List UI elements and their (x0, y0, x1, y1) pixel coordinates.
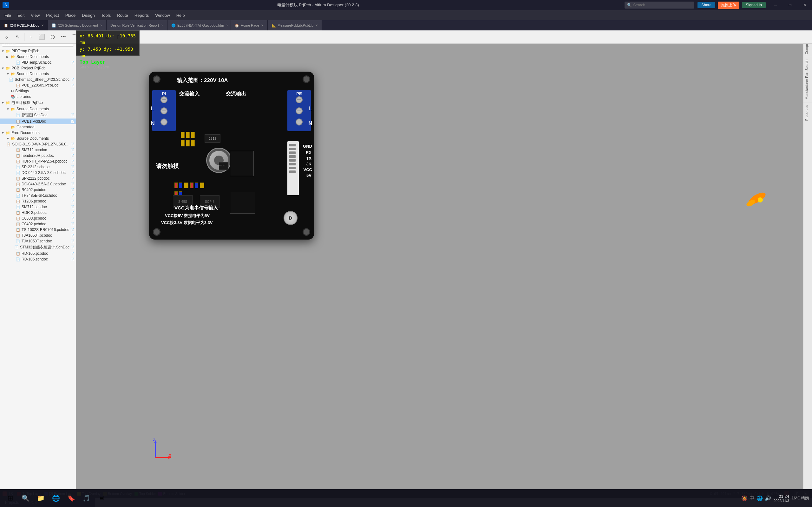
tool-filter[interactable]: ⬦ (2, 32, 12, 42)
tab-drc[interactable]: Design Rule Verification Report ✕ (107, 20, 167, 31)
ic-bottom-right (230, 192, 255, 214)
start-button[interactable]: ⊞ (3, 491, 17, 505)
tool-rectangle[interactable]: ⬜ (37, 32, 47, 42)
elec-proj-label: 电量计模块.PrjPcb (11, 100, 74, 106)
tree-hdr2[interactable]: ▶ 📋 HDR-2.pcbdoc 📄 (0, 210, 76, 216)
tree-c0603[interactable]: ▶ 📋 C0603.pcbdoc 📄 (0, 216, 76, 221)
taskbar-bookmark[interactable]: 🔖 (64, 491, 78, 505)
pcb1-label: PCB1.PcbDoc (21, 119, 69, 124)
menu-project[interactable]: Project (43, 12, 62, 19)
tree-hdr-th[interactable]: ▶ 📋 HDR-TH_4P-P2.54.pcbdoc 📄 (0, 158, 76, 164)
tree-sp2212pcb[interactable]: ▶ 📋 SP-2212.pcbdoc 📄 (0, 176, 76, 181)
tab-drc-close[interactable]: ✕ (161, 24, 163, 27)
tree-soic[interactable]: ▶ 📋 SOIC-8.1S.0-W4.0-P1.27-LS6.0... 📄 (0, 141, 76, 147)
menu-reports[interactable]: Reports (131, 12, 152, 19)
tree-ts1002s[interactable]: ▶ 📋 TS-1002S-BR07016.pcbdoc 📄 (0, 227, 76, 233)
tree-pcb1[interactable]: ▶ 📋 PCB1.PcbDoc 📄 (0, 118, 76, 124)
tab-home-close[interactable]: ✕ (261, 24, 264, 27)
tab-sch-close[interactable]: ✕ (100, 24, 102, 27)
tool-route[interactable]: 〜 (58, 32, 68, 42)
tree-dc0440pcb[interactable]: ▶ 📋 DC-0440-2.5A-2.0.pcbdoc 📄 (0, 181, 76, 187)
tab-lib-close[interactable]: ✕ (315, 24, 318, 27)
tree-elec-src[interactable]: ▼ 📂 Source Documents (0, 106, 76, 112)
main-canvas[interactable]: 输入范围：220V 10A PI PE 交流输入 交流输出 L N L N (76, 31, 803, 489)
tree-elec-proj[interactable]: ▼ 📁 电量计模块.PrjPcb (0, 100, 76, 106)
tree-tja1050t-sch[interactable]: ▶ 📄 TJA1050T.schdoc 📄 (0, 238, 76, 244)
tab-el357-close[interactable]: ✕ (226, 24, 229, 27)
tree-elec-sch[interactable]: ▶ 📄 原理图.SchDoc 📄 (0, 112, 76, 118)
tree-c0402[interactable]: ▶ 📋 C0402.pcbdoc 📄 (0, 221, 76, 227)
taskbar-search[interactable]: 🔍 (18, 491, 32, 505)
tree-free-docs[interactable]: ▼ 📁 Free Documents (0, 130, 76, 135)
tree-rd105pcb[interactable]: ▶ 📋 RD-105.pcbdoc 📄 (0, 250, 76, 257)
close-button[interactable]: ✕ (798, 0, 812, 10)
share-button[interactable]: Share (698, 2, 715, 8)
signed-in-button[interactable]: Signed In (742, 2, 766, 8)
tree-stm32[interactable]: ▶ 📄 STM32智能衣柜设计.SchDoc 📄 (0, 244, 76, 250)
tab-pcb1-label: (24) PCB1.PcbDoc (10, 23, 39, 27)
tree-r1206[interactable]: ▶ 📋 R1206.pcbdoc 📄 (0, 199, 76, 204)
arrow-pcb-proj: ▼ (1, 66, 5, 70)
tool-polygon[interactable]: ⬡ (48, 32, 58, 42)
menu-edit[interactable]: Edit (14, 12, 28, 19)
elec-sch-label: 原理图.SchDoc (21, 112, 69, 118)
tool-select[interactable]: ↖ (12, 32, 22, 42)
tree-schem-sheet[interactable]: ▶ 📄 Schematic_Sheet_0423.SchDoc 📄 (0, 77, 76, 82)
tree-tp8485e[interactable]: ▶ 📄 TP8485E-SR.schdoc 📄 (0, 193, 76, 199)
upload-button[interactable]: 拖拽上传 (718, 2, 740, 9)
tabs-bar: 📋 (24) PCB1.PcbDoc ✕ 📄 (20) Schematic Do… (0, 20, 812, 31)
right-tab-properties[interactable]: Properties (803, 102, 812, 123)
tab-el357[interactable]: 🌐 EL357N(A)(TA)-G.pcbdoc.htm ✕ (167, 20, 231, 31)
rd105sch-label: RD-105.schdoc (21, 257, 69, 262)
tab-home[interactable]: 🏠 Home Page ✕ (231, 20, 268, 31)
tree-pid-temp[interactable]: ▼ 📁 PIDTemp.PrjPcb (0, 48, 76, 54)
tree-pcb-settings[interactable]: ▶ ⚙ Settings (0, 88, 76, 94)
right-tab-manufacturer[interactable]: Manufacturer Part Search (803, 57, 812, 102)
tree-header20r[interactable]: ▶ 📋 header20R.pcbdoc 📄 (0, 153, 76, 158)
tree-pid-schdoc[interactable]: ▶ 📄 PIDTemp.SchDoc 📄 (0, 60, 76, 65)
maximize-button[interactable]: □ (783, 0, 798, 10)
menu-help[interactable]: Help (173, 12, 188, 19)
menu-place[interactable]: Place (62, 12, 79, 19)
tree-r0402[interactable]: ▶ 📋 R0402.pcbdoc 📄 (0, 187, 76, 193)
tree-tja1050t[interactable]: ▶ 📋 TJA1050T.pcbdoc 📄 (0, 233, 76, 238)
taskbar-display[interactable]: 🖥 (95, 491, 108, 505)
pcb-n-right: N (308, 121, 312, 126)
tree-sp2212sch[interactable]: ▶ 📄 SP-2212.schdoc 📄 (0, 164, 76, 170)
menu-tools[interactable]: Tools (98, 12, 114, 19)
menu-file[interactable]: File (1, 12, 14, 19)
tree-pcb-libs[interactable]: ▶ 📚 Libraries (0, 94, 76, 100)
tab-measurelib[interactable]: 📐 MeasurePcbLib.PcbLib ✕ (268, 20, 322, 31)
menu-design[interactable]: Design (79, 12, 98, 19)
taskbar-edge[interactable]: 🌐 (49, 491, 63, 505)
pcb-libs-label: Libraries (16, 95, 74, 99)
menu-window[interactable]: Window (152, 12, 173, 19)
minimize-button[interactable]: ─ (768, 0, 783, 10)
tab-pcb1-close[interactable]: ✕ (41, 24, 44, 27)
title-search-input[interactable] (633, 3, 687, 7)
tree-pid-src[interactable]: ▶ 📂 Source Documents (0, 54, 76, 60)
svg-text:Z: Z (153, 439, 155, 442)
tree-pcb-220505[interactable]: ▶ 📋 PCB_220505.PcbDoc 📄 (0, 82, 76, 88)
pid-src-label: Source Documents (16, 55, 74, 59)
taskbar-music[interactable]: 🎵 (79, 491, 93, 505)
clock-time: 21:24 (774, 494, 789, 499)
tree-sm712sch[interactable]: ▶ 📄 SM712.schdoc 📄 (0, 204, 76, 210)
tab-schematic[interactable]: 📄 (20) Schematic Document ✕ (48, 20, 107, 31)
tree-rd105sch[interactable]: ▶ 📄 RD-105.schdoc 📄 (0, 257, 76, 262)
left-panel: Projects 📌 ✕ ⚙ ▼ 📁 PIDTemp.PrjPcb ▶ 📂 So… (0, 31, 76, 489)
pcb-input-range: 输入范围：220V 10A (177, 77, 228, 84)
tree-pcb-src[interactable]: ▼ 📂 Source Documents (0, 71, 76, 77)
search-bar[interactable]: 🔍 (624, 2, 694, 9)
tree-sm712[interactable]: ▶ 📋 SM712.pcbdoc 📄 (0, 147, 76, 153)
tree-dc0440sch[interactable]: ▶ 📄 DC-0440-2.5A-2.0.schdoc 📄 (0, 170, 76, 176)
menu-view[interactable]: View (28, 12, 43, 19)
tool-add[interactable]: + (26, 32, 36, 42)
menu-route[interactable]: Route (114, 12, 131, 19)
tree-free-src[interactable]: ▼ 📂 Source Documents (0, 135, 76, 141)
tab-pcb1[interactable]: 📋 (24) PCB1.PcbDoc ✕ (0, 20, 48, 31)
tree-pcb-proj[interactable]: ▼ 📁 PCB_Project.PrjPcb (0, 65, 76, 71)
tree-generated[interactable]: ▶ 📂 Generated (0, 124, 76, 130)
arrow-elec-src: ▼ (6, 107, 10, 111)
taskbar-explorer[interactable]: 📁 (34, 491, 48, 505)
